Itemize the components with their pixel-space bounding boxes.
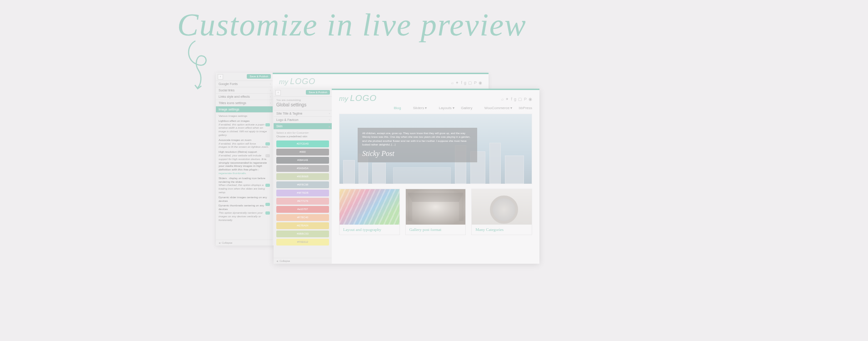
skin-swatch[interactable]: #9F76DB (276, 190, 329, 196)
facebook-icon[interactable]: f (511, 97, 512, 101)
pinterest-icon[interactable]: P (474, 80, 477, 85)
hero-slider[interactable]: All children, except one, grow up. They … (339, 114, 532, 184)
social-icons: ⌕✦fg▢P◉ (449, 78, 482, 86)
nav-blog[interactable]: Blog (394, 106, 401, 110)
rss-icon[interactable]: ⌕ (451, 80, 454, 85)
chevron-right-icon: › (329, 118, 330, 121)
post-card[interactable]: Many Categories (471, 189, 532, 235)
option-dynamic-thumbs-heading: Dynamic thumbnails centering on any devi… (219, 204, 270, 211)
skin-swatch[interactable]: #F78C40 (276, 214, 329, 221)
dribbble-icon[interactable]: ◉ (529, 97, 532, 101)
option-lightbox-heading: Lightbox effect on images (219, 120, 270, 123)
chevron-right-icon: › (270, 89, 271, 91)
skin-swatch[interactable]: #6F8C98 (276, 181, 329, 188)
toggle-dynamic-thumbs[interactable] (265, 211, 270, 215)
chevron-right-icon: › (329, 112, 330, 115)
sidebar-row-skin[interactable]: Skin▴ (274, 123, 332, 130)
hero-title: Sticky Post (362, 149, 473, 159)
card-image (339, 189, 399, 225)
hero-overlay: All children, except one, grow up. They … (358, 128, 477, 162)
twitter-icon[interactable]: ✦ (505, 97, 509, 101)
skin-swatch[interactable]: #9BBC53 (276, 231, 329, 237)
card-title: Many Categories (472, 225, 532, 235)
sidebar-row-social-links[interactable]: Social links› (216, 87, 273, 94)
collapse-button[interactable]: Collapse (216, 240, 273, 246)
chevron-up-icon: ▴ (329, 125, 330, 128)
skin-swatch[interactable]: #000 (276, 149, 329, 155)
google-icon[interactable]: g (514, 97, 516, 101)
card-title: Gallery post format (406, 225, 466, 235)
card-image (472, 189, 532, 225)
toggle-sliders-loading[interactable] (265, 184, 270, 187)
facebook-icon[interactable]: f (461, 80, 462, 85)
nav-sliders[interactable]: Sliders ▾ (408, 106, 427, 110)
skin-swatch-list: #27CDA5 #000 #394143 #5A5A5A #9DB668 #6F… (274, 140, 332, 248)
option-dynamic-slider-heading: Dynamic slider images centering on any d… (219, 196, 270, 203)
sidebar-row-logo-favicon[interactable]: Logo & Favicon› (274, 117, 332, 123)
skin-swatch[interactable]: #e10707 (276, 206, 329, 213)
google-icon[interactable]: g (464, 80, 466, 85)
sidebar-row-google-fonts[interactable]: Google Fonts› (216, 81, 273, 87)
skin-swatch[interactable]: #27CDA5 (276, 140, 329, 147)
skin-swatch[interactable]: #9DB668 (276, 173, 329, 180)
instagram-icon[interactable]: ▢ (518, 97, 522, 101)
social-icons: ⌕✦fg▢P◉ (499, 94, 532, 102)
card-image (406, 189, 466, 225)
rss-icon[interactable]: ⌕ (501, 97, 504, 101)
toggle-dynamic-slider[interactable] (265, 203, 270, 206)
skin-swatch[interactable]: #394143 (276, 157, 329, 164)
regenerate-thumbnails-link[interactable]: regenerate thumbnails (219, 172, 246, 175)
site-logo: my LOGO (339, 93, 377, 103)
back-button[interactable]: ‹ (218, 74, 223, 80)
back-button[interactable]: ‹ (275, 90, 281, 95)
pinterest-icon[interactable]: P (524, 97, 527, 101)
twitter-icon[interactable]: ✦ (455, 80, 459, 85)
dribbble-icon[interactable]: ◉ (479, 80, 482, 85)
save-publish-button[interactable]: Save & Publish (306, 90, 330, 95)
nav-gallery[interactable]: Gallery (461, 106, 472, 110)
hero-excerpt: All children, except one, grow up. They … (362, 131, 473, 147)
sidebar-row-site-title[interactable]: Site Title & Tagline› (274, 110, 332, 117)
chevron-right-icon: › (270, 82, 271, 85)
sidebar-row-titles-icons[interactable]: Titles icons settings› (216, 100, 273, 106)
nav-woocommerce[interactable]: WooCommerce ▾ (479, 106, 513, 110)
skin-swatch[interactable]: #E77176 (276, 198, 329, 205)
image-settings-content: Various images settings Lightbox effect … (216, 113, 273, 224)
toggle-autoscale[interactable] (265, 142, 270, 145)
site-logo: my LOGO (279, 77, 315, 86)
option-sliders-heading: Sliders : display on loading icon before… (219, 177, 270, 184)
option-retina-heading: High resolution (Retina) support (219, 150, 270, 154)
live-preview: my LOGO ⌕✦fg▢P◉ Blog Sliders ▾ Layouts ▾… (332, 89, 539, 264)
chevron-right-icon: › (270, 95, 271, 98)
hero-headline: Customize in live preview (177, 7, 527, 43)
sidebar-row-links-style[interactable]: Links style and effects› (216, 94, 273, 100)
sidebar-row-image-settings[interactable]: Image settings› (216, 106, 273, 113)
skin-swatch[interactable]: #F9E612 (276, 239, 329, 246)
swirl-arrow-icon (184, 39, 220, 93)
instagram-icon[interactable]: ▢ (468, 80, 472, 85)
option-autoscale-heading: Autoscale images on zoom (219, 139, 270, 142)
collapse-button[interactable]: Collapse (274, 258, 332, 264)
post-card[interactable]: Gallery post format (405, 189, 466, 235)
save-publish-button[interactable]: Save & Publish (247, 74, 271, 79)
breadcrumb: You are customizing (274, 97, 332, 102)
section-title: Global settings (274, 102, 332, 110)
nav-bbpress[interactable]: bbPress (519, 106, 532, 110)
nav-layouts[interactable]: Layouts ▾ (434, 106, 454, 110)
chevron-right-icon: › (270, 101, 271, 104)
toggle-lightbox[interactable] (265, 123, 270, 126)
chevron-right-icon: › (270, 108, 271, 110)
card-title: Layout and typography (339, 225, 399, 235)
skin-hint: Select a skin for Customizr (274, 130, 332, 135)
skin-hint2: Choose a predefined skin (274, 135, 332, 140)
main-nav: Blog Sliders ▾ Layouts ▾ Gallery WooComm… (332, 105, 539, 114)
skin-swatch[interactable]: #E7BA04 (276, 222, 329, 229)
toggle-retina[interactable] (265, 154, 270, 157)
customizer-panel-global-settings: ‹ Save & Publish You are customizing Glo… (274, 89, 539, 264)
skin-swatch[interactable]: #5A5A5A (276, 165, 329, 172)
post-card[interactable]: Layout and typography (339, 189, 400, 235)
